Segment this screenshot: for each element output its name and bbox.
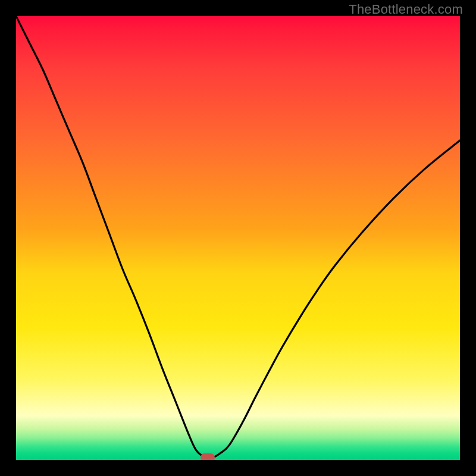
bottleneck-marker xyxy=(201,453,215,460)
bottleneck-curve xyxy=(16,16,460,458)
curve-svg xyxy=(16,16,460,460)
chart-stage: TheBottleneck.com xyxy=(0,0,476,476)
watermark-text: TheBottleneck.com xyxy=(349,2,463,17)
plot-area xyxy=(16,16,460,460)
